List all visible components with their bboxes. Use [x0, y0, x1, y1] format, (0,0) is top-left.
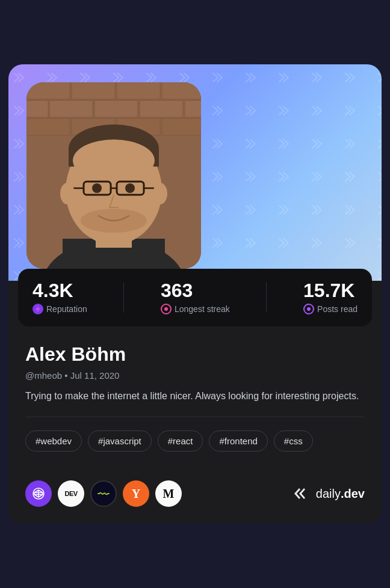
- stat-divider-2: [266, 283, 267, 313]
- social-icons: DEV Y M: [25, 480, 182, 507]
- footer-section: DEV Y M: [8, 480, 382, 524]
- avatar: [26, 82, 201, 269]
- streak-label: Longest streak: [161, 304, 230, 314]
- svg-point-30: [60, 183, 75, 204]
- posts-label: Posts read: [303, 304, 358, 314]
- profile-join-date: Jul 11, 2020: [70, 370, 120, 381]
- svg-rect-7: [49, 100, 93, 117]
- reputation-label: Reputation: [32, 304, 87, 314]
- lightning-icon: [32, 304, 43, 314]
- svg-rect-9: [140, 100, 183, 117]
- codepen-icon[interactable]: [25, 480, 52, 507]
- posts-text: Posts read: [317, 304, 358, 314]
- meta-dot: •: [64, 370, 67, 381]
- yc-label: Y: [132, 487, 140, 501]
- reputation-value: 4.3K: [32, 281, 87, 300]
- brand-text-daily: daily: [316, 487, 341, 500]
- daily-dev-icon: [289, 482, 312, 505]
- avatar-image: [26, 82, 201, 269]
- svg-point-21: [73, 139, 155, 182]
- svg-rect-10: [185, 100, 201, 117]
- brand-logo: daily.dev: [289, 482, 365, 505]
- hero-section: [8, 64, 382, 281]
- profile-meta: @mheob • Jul 11, 2020: [25, 370, 365, 381]
- svg-rect-6: [26, 100, 48, 117]
- profile-name: Alex Böhm: [25, 343, 365, 366]
- svg-point-26: [125, 183, 135, 193]
- svg-rect-8: [94, 100, 138, 117]
- stat-streak: 363 Longest streak: [161, 281, 230, 314]
- medium-label: M: [163, 487, 175, 501]
- stat-posts: 15.7K Posts read: [303, 281, 358, 314]
- tag-css[interactable]: #css: [274, 430, 313, 452]
- posts-icon: [303, 304, 314, 314]
- tag-react[interactable]: #react: [158, 430, 203, 452]
- svg-point-29: [81, 209, 147, 233]
- streak-value: 363: [161, 281, 230, 300]
- svg-point-25: [92, 183, 102, 193]
- brand-text-dev: .dev: [341, 487, 365, 500]
- medium-icon[interactable]: M: [155, 480, 182, 507]
- tag-frontend[interactable]: #frontend: [209, 430, 267, 452]
- stat-reputation: 4.3K Reputation: [32, 281, 87, 314]
- tag-webdev[interactable]: #webdev: [25, 430, 82, 452]
- streak-text: Longest streak: [175, 304, 230, 314]
- svg-rect-3: [72, 82, 115, 99]
- stats-bar: 4.3K Reputation 363 Longest streak 15.7K: [18, 269, 372, 326]
- freecodecamp-icon[interactable]: [90, 480, 117, 507]
- profile-bio: Trying to make the internet a little nic…: [25, 389, 365, 403]
- svg-rect-14: [162, 118, 201, 135]
- svg-point-31: [153, 183, 167, 204]
- reputation-text: Reputation: [46, 304, 87, 314]
- ycombinator-icon[interactable]: Y: [123, 480, 149, 507]
- devto-label: DEV: [64, 490, 77, 497]
- svg-rect-4: [117, 82, 160, 99]
- section-divider: [25, 417, 365, 417]
- stat-divider-1: [123, 283, 124, 313]
- devto-icon[interactable]: DEV: [58, 480, 84, 507]
- profile-section: Alex Böhm @mheob • Jul 11, 2020 Trying t…: [8, 326, 382, 480]
- streak-icon: [161, 304, 172, 314]
- svg-rect-2: [26, 82, 70, 99]
- profile-card: 4.3K Reputation 363 Longest streak 15.7K: [8, 64, 382, 524]
- svg-rect-11: [26, 118, 70, 135]
- brand-name: daily.dev: [316, 487, 365, 501]
- tag-javascript[interactable]: #javascript: [88, 430, 152, 452]
- tags-section: #webdev #javascript #react #frontend #cs…: [25, 430, 365, 452]
- posts-value: 15.7K: [303, 281, 358, 300]
- profile-handle: @mheob: [25, 370, 62, 381]
